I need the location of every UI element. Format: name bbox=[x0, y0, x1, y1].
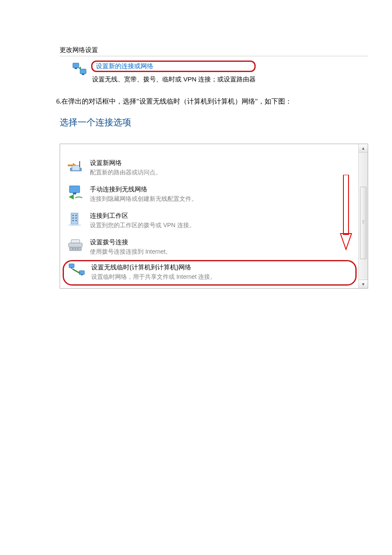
phone-modem-icon bbox=[67, 238, 84, 253]
scrollbar[interactable]: ▲ ▼ bbox=[358, 144, 368, 288]
svg-rect-17 bbox=[69, 243, 82, 247]
change-network-settings-section: 更改网络设置 设置新的连接或网络 设置无线、宽带、拨号、临时或 VPN 连接；或… bbox=[60, 46, 368, 84]
dialog-title: 选择一个连接选项 bbox=[60, 116, 392, 128]
option-dialup[interactable]: 设置拨号连接 使用拨号连接连接到 Internet。 bbox=[60, 234, 357, 260]
svg-rect-26 bbox=[81, 275, 83, 275]
svg-rect-1 bbox=[75, 68, 77, 69]
svg-point-16 bbox=[68, 224, 81, 226]
option-setup-new-network[interactable]: 设置新网络 配置新的路由器或访问点。 bbox=[60, 154, 357, 181]
svg-rect-3 bbox=[82, 74, 84, 75]
svg-rect-27 bbox=[343, 175, 349, 234]
svg-rect-14 bbox=[72, 220, 74, 221]
connection-options-listbox: 设置新网络 配置新的路由器或访问点。 手动连接到无线网络 连接到隐藏网络或创建新… bbox=[60, 144, 368, 289]
scroll-up-button[interactable]: ▲ bbox=[359, 144, 368, 153]
setup-new-connection-desc: 设置无线、宽带、拨号、临时或 VPN 连接；或设置路由器 bbox=[92, 75, 256, 84]
option-text: 连接到工作区 设置到您的工作区的拨号或 VPN 连接。 bbox=[90, 211, 195, 229]
option-title: 设置无线临时(计算机到计算机)网络 bbox=[91, 263, 216, 272]
option-text: 手动连接到无线网络 连接到隐藏网络或创建新无线配置文件。 bbox=[90, 185, 197, 203]
option-manual-wireless[interactable]: 手动连接到无线网络 连接到隐藏网络或创建新无线配置文件。 bbox=[60, 181, 357, 207]
step-caption: 6.在弹出的对话框中，选择"设置无线临时（计算机到计算机）网络"，如下图： bbox=[56, 97, 392, 106]
svg-rect-11 bbox=[75, 215, 77, 216]
svg-point-22 bbox=[78, 249, 78, 249]
network-connection-icon bbox=[72, 62, 87, 76]
svg-point-20 bbox=[72, 249, 73, 249]
option-title: 手动连接到无线网络 bbox=[90, 185, 197, 194]
svg-rect-2 bbox=[80, 69, 86, 74]
option-desc: 连接到隐藏网络或创建新无线配置文件。 bbox=[90, 194, 197, 203]
option-text: 设置无线临时(计算机到计算机)网络 设置临时网络，用于共享文件或 Interne… bbox=[91, 263, 216, 281]
svg-rect-0 bbox=[73, 63, 79, 68]
svg-rect-18 bbox=[71, 240, 80, 243]
option-text: 设置拨号连接 使用拨号连接连接到 Internet。 bbox=[90, 238, 171, 256]
option-desc: 使用拨号连接连接到 Internet。 bbox=[90, 247, 171, 256]
svg-rect-12 bbox=[72, 217, 74, 219]
option-title: 设置拨号连接 bbox=[90, 238, 171, 246]
setup-new-connection-link[interactable]: 设置新的连接或网络 bbox=[91, 61, 256, 72]
section-header: 更改网络设置 bbox=[60, 46, 368, 56]
option-title: 设置新网络 bbox=[90, 159, 161, 167]
option-title: 连接到工作区 bbox=[90, 211, 195, 220]
svg-rect-10 bbox=[72, 215, 74, 216]
setup-new-connection-item[interactable]: 设置新的连接或网络 设置无线、宽带、拨号、临时或 VPN 连接；或设置路由器 bbox=[60, 61, 368, 84]
svg-rect-15 bbox=[75, 220, 77, 221]
svg-rect-5 bbox=[72, 165, 80, 171]
scroll-down-button[interactable]: ▼ bbox=[359, 280, 368, 288]
svg-rect-7 bbox=[69, 186, 80, 193]
option-desc: 设置到您的工作区的拨号或 VPN 连接。 bbox=[90, 221, 195, 229]
option-text: 设置新网络 配置新的路由器或访问点。 bbox=[90, 159, 161, 176]
building-icon bbox=[67, 211, 84, 227]
router-icon bbox=[67, 159, 84, 174]
svg-rect-8 bbox=[73, 193, 76, 194]
svg-point-21 bbox=[75, 249, 76, 249]
svg-rect-23 bbox=[69, 264, 74, 268]
option-desc: 配置新的路由器或访问点。 bbox=[90, 168, 161, 176]
option-desc: 设置临时网络，用于共享文件或 Internet 连接。 bbox=[91, 272, 216, 281]
scroll-down-hint-arrow-icon bbox=[340, 175, 352, 251]
svg-rect-24 bbox=[71, 268, 72, 269]
setup-new-connection-text: 设置新的连接或网络 设置无线、宽带、拨号、临时或 VPN 连接；或设置路由器 bbox=[91, 61, 256, 84]
option-connect-workplace[interactable]: 连接到工作区 设置到您的工作区的拨号或 VPN 连接。 bbox=[60, 207, 357, 234]
svg-rect-9 bbox=[71, 213, 78, 224]
adhoc-network-icon bbox=[68, 263, 85, 278]
scroll-thumb[interactable] bbox=[360, 187, 366, 259]
wireless-monitor-icon bbox=[67, 185, 84, 200]
option-adhoc-wireless[interactable]: 设置无线临时(计算机到计算机)网络 设置临时网络，用于共享文件或 Interne… bbox=[63, 260, 357, 286]
svg-rect-13 bbox=[75, 217, 77, 219]
